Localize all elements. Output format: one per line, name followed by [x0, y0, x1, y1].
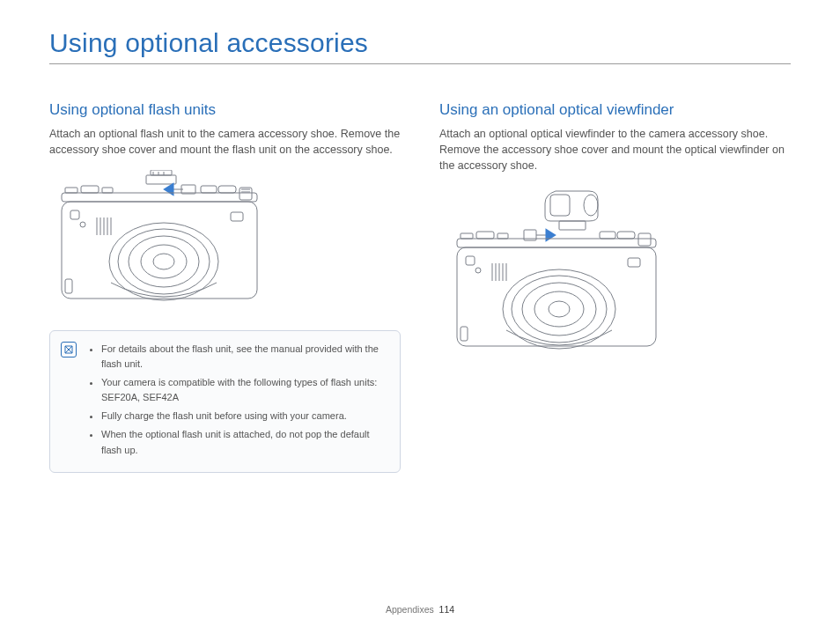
svg-point-28 [129, 236, 199, 287]
note-item: When the optional flash unit is attached… [101, 427, 387, 457]
svg-rect-34 [559, 221, 586, 230]
footer-page-number: 114 [439, 604, 455, 615]
page-title: Using optional accessories [49, 28, 791, 58]
note-list: For details about the flash unit, see th… [89, 342, 387, 457]
svg-rect-17 [62, 202, 257, 299]
svg-rect-42 [600, 232, 615, 239]
note-item: Fully charge the flash unit before using… [101, 409, 387, 424]
content-columns: Using optional flash units Attach an opt… [49, 101, 791, 473]
svg-point-55 [512, 276, 607, 343]
flash-heading: Using optional flash units [49, 101, 401, 119]
svg-point-57 [534, 291, 584, 327]
svg-point-27 [118, 229, 210, 294]
svg-rect-13 [218, 186, 236, 193]
svg-rect-18 [70, 210, 79, 219]
svg-rect-11 [102, 188, 113, 193]
svg-point-33 [584, 195, 598, 216]
svg-rect-45 [457, 247, 656, 346]
flash-body: Attach an optional flash unit to the cam… [49, 126, 401, 158]
svg-rect-44 [638, 233, 651, 246]
note-box: For details about the flash unit, see th… [49, 330, 401, 472]
svg-point-29 [141, 245, 187, 278]
svg-point-58 [549, 301, 570, 317]
svg-rect-53 [628, 258, 640, 267]
svg-rect-8 [62, 193, 257, 202]
flash-illustration [49, 170, 401, 314]
footer-section: Appendixes [386, 604, 434, 615]
svg-rect-43 [617, 232, 635, 239]
viewfinder-heading: Using an optional optical viewfinder [439, 101, 791, 119]
svg-rect-41 [497, 233, 508, 239]
svg-rect-46 [466, 256, 475, 265]
manual-page: Using optional accessories Using optiona… [0, 0, 840, 634]
right-column: Using an optional optical viewfinder Att… [439, 101, 791, 473]
left-column: Using optional flash units Attach an opt… [49, 101, 401, 473]
svg-rect-40 [476, 232, 494, 239]
page-footer: Appendixes 114 [0, 604, 840, 615]
note-icon [61, 342, 77, 358]
svg-rect-0 [146, 175, 176, 184]
note-item: Your camera is compatible with the follo… [101, 375, 387, 405]
viewfinder-body: Attach an optional optical viewfinder to… [439, 126, 791, 173]
svg-rect-10 [81, 186, 99, 193]
svg-point-30 [153, 254, 174, 269]
note-item: For details about the flash unit, see th… [101, 342, 387, 372]
svg-rect-9 [65, 188, 77, 193]
title-rule [49, 63, 791, 64]
svg-rect-38 [457, 239, 656, 247]
svg-rect-32 [550, 195, 570, 216]
svg-point-56 [522, 283, 596, 335]
viewfinder-illustration [439, 186, 791, 365]
svg-rect-59 [461, 327, 468, 341]
svg-rect-25 [231, 212, 243, 221]
svg-rect-39 [461, 233, 473, 239]
svg-point-47 [475, 268, 481, 273]
svg-point-19 [80, 222, 85, 227]
svg-rect-31 [65, 279, 72, 293]
svg-point-26 [109, 223, 218, 300]
svg-rect-12 [201, 186, 217, 193]
svg-rect-1 [151, 170, 172, 175]
